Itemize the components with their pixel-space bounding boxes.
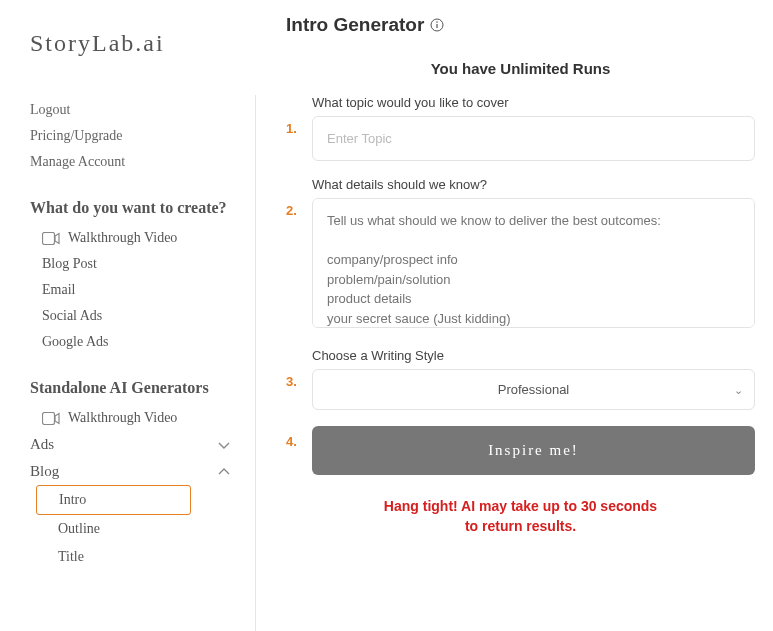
group-ads[interactable]: Ads <box>30 431 256 458</box>
group-blog[interactable]: Blog <box>30 458 256 485</box>
step-number: 2. <box>286 177 312 218</box>
runs-banner: You have Unlimited Runs <box>286 60 755 77</box>
nav-item-label: Walkthrough Video <box>68 230 177 246</box>
logout-link[interactable]: Logout <box>30 97 256 123</box>
field-style: 3. Choose a Writing Style Professional ⌄ <box>286 348 755 410</box>
blog-sub-title[interactable]: Title <box>30 543 256 571</box>
inspire-button[interactable]: Inspire me! <box>312 426 755 475</box>
style-select[interactable]: Professional <box>312 369 755 410</box>
chevron-down-icon <box>216 437 232 453</box>
group-label: Blog <box>30 463 59 480</box>
logo: StoryLab.ai <box>30 30 256 57</box>
details-label: What details should we know? <box>312 177 755 192</box>
page-title: Intro Generator <box>286 14 424 36</box>
topic-label: What topic would you like to cover <box>312 95 755 110</box>
svg-rect-4 <box>437 24 438 28</box>
create-item-blogpost[interactable]: Blog Post <box>30 251 256 277</box>
nav-item-label: Walkthrough Video <box>68 410 177 426</box>
style-label: Choose a Writing Style <box>312 348 755 363</box>
wait-line2: to return results. <box>465 518 576 534</box>
step-number: 3. <box>286 348 312 389</box>
svg-point-3 <box>437 21 439 23</box>
info-icon[interactable] <box>430 18 444 32</box>
details-textarea[interactable] <box>312 198 755 328</box>
standalone-item-walkthrough[interactable]: Walkthrough Video <box>30 405 256 431</box>
sidebar: StoryLab.ai Logout Pricing/Upgrade Manag… <box>0 0 256 631</box>
svg-rect-0 <box>43 232 55 244</box>
manage-account-link[interactable]: Manage Account <box>30 149 256 175</box>
video-icon <box>42 412 60 425</box>
step-number: 4. <box>286 426 312 449</box>
svg-rect-1 <box>43 412 55 424</box>
group-label: Ads <box>30 436 54 453</box>
page-title-row: Intro Generator <box>286 14 755 36</box>
create-heading: What do you want to create? <box>30 199 256 217</box>
pricing-link[interactable]: Pricing/Upgrade <box>30 123 256 149</box>
step-number: 1. <box>286 95 312 136</box>
blog-sub-intro[interactable]: Intro <box>36 485 191 515</box>
main-content: Intro Generator You have Unlimited Runs … <box>256 0 773 631</box>
create-item-googleads[interactable]: Google Ads <box>30 329 256 355</box>
create-item-walkthrough[interactable]: Walkthrough Video <box>30 225 256 251</box>
field-topic: 1. What topic would you like to cover <box>286 95 755 161</box>
standalone-heading: Standalone AI Generators <box>30 379 256 397</box>
account-links: Logout Pricing/Upgrade Manage Account <box>30 97 256 175</box>
create-item-socialads[interactable]: Social Ads <box>30 303 256 329</box>
wait-message: Hang tight! AI may take up to 30 seconds… <box>286 497 755 536</box>
field-details: 2. What details should we know? <box>286 177 755 332</box>
topic-input[interactable] <box>312 116 755 161</box>
video-icon <box>42 232 60 245</box>
create-item-email[interactable]: Email <box>30 277 256 303</box>
submit-row: 4. Inspire me! <box>286 426 755 475</box>
chevron-up-icon <box>216 464 232 480</box>
blog-sub-outline[interactable]: Outline <box>30 515 256 543</box>
wait-line1: Hang tight! AI may take up to 30 seconds <box>384 498 657 514</box>
